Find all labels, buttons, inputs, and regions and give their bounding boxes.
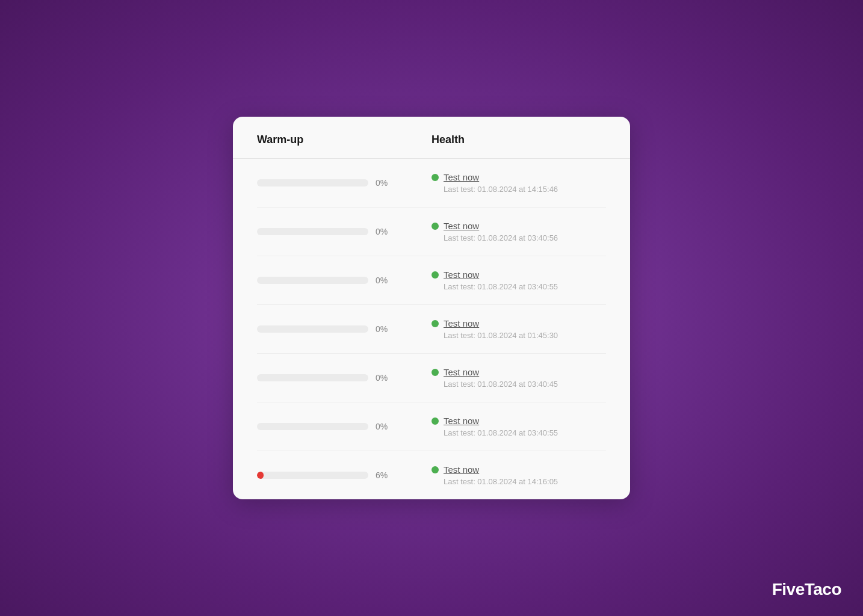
status-dot-0 [432,174,439,181]
health-cell-4: Test nowLast test: 01.08.2024 at 03:40:4… [432,367,606,389]
test-now-link-4[interactable]: Test now [444,367,479,377]
test-now-link-0[interactable]: Test now [444,172,479,182]
progress-label-4: 0% [376,373,395,383]
table-row: 0%Test nowLast test: 01.08.2024 at 03:40… [257,256,606,305]
warmup-cell-1: 0% [257,227,432,236]
progress-bar-container-4 [257,374,368,381]
progress-bar-container-5 [257,423,368,430]
progress-label-6: 6% [376,470,395,480]
progress-label-1: 0% [376,227,395,236]
test-now-link-6[interactable]: Test now [444,464,479,475]
last-test-text-6: Last test: 01.08.2024 at 14:16:05 [432,477,606,486]
test-now-row-3: Test now [432,318,606,328]
health-cell-3: Test nowLast test: 01.08.2024 at 01:45:3… [432,318,606,340]
test-now-row-0: Test now [432,172,606,182]
last-test-text-3: Last test: 01.08.2024 at 01:45:30 [432,331,606,340]
table-row: 6%Test nowLast test: 01.08.2024 at 14:16… [257,451,606,499]
progress-bar-container-1 [257,228,368,235]
test-now-row-4: Test now [432,367,606,377]
table-row: 0%Test nowLast test: 01.08.2024 at 01:45… [257,305,606,354]
progress-bar-fill-6 [257,472,264,479]
table-row: 0%Test nowLast test: 01.08.2024 at 03:40… [257,354,606,402]
test-now-row-5: Test now [432,416,606,426]
main-card: Warm-up Health 0%Test nowLast test: 01.0… [233,117,630,499]
status-dot-6 [432,466,439,473]
last-test-text-5: Last test: 01.08.2024 at 03:40:55 [432,428,606,437]
progress-bar-container-2 [257,277,368,284]
health-cell-5: Test nowLast test: 01.08.2024 at 03:40:5… [432,416,606,437]
progress-label-0: 0% [376,178,395,188]
last-test-text-1: Last test: 01.08.2024 at 03:40:56 [432,233,606,242]
progress-bar-container-0 [257,179,368,186]
warmup-cell-2: 0% [257,276,432,285]
status-dot-2 [432,271,439,279]
status-dot-3 [432,320,439,327]
progress-bar-container-6 [257,472,368,479]
test-now-link-2[interactable]: Test now [444,270,479,280]
test-now-row-1: Test now [432,221,606,231]
progress-bar-container-3 [257,325,368,333]
table-row: 0%Test nowLast test: 01.08.2024 at 03:40… [257,208,606,256]
card-header: Warm-up Health [233,117,630,159]
test-now-link-5[interactable]: Test now [444,416,479,426]
table-row: 0%Test nowLast test: 01.08.2024 at 03:40… [257,402,606,451]
warmup-cell-0: 0% [257,178,432,188]
warmup-cell-4: 0% [257,373,432,383]
test-now-link-1[interactable]: Test now [444,221,479,231]
warmup-cell-6: 6% [257,470,432,480]
health-cell-6: Test nowLast test: 01.08.2024 at 14:16:0… [432,464,606,486]
health-cell-1: Test nowLast test: 01.08.2024 at 03:40:5… [432,221,606,242]
health-column-header: Health [432,134,606,146]
status-dot-5 [432,417,439,425]
test-now-row-6: Test now [432,464,606,475]
branding-logo: FiveTaco [772,580,841,599]
status-dot-1 [432,223,439,230]
rows-container: 0%Test nowLast test: 01.08.2024 at 14:15… [233,159,630,499]
test-now-row-2: Test now [432,270,606,280]
last-test-text-0: Last test: 01.08.2024 at 14:15:46 [432,185,606,194]
warmup-cell-5: 0% [257,422,432,431]
progress-label-3: 0% [376,324,395,334]
last-test-text-2: Last test: 01.08.2024 at 03:40:55 [432,282,606,291]
last-test-text-4: Last test: 01.08.2024 at 03:40:45 [432,380,606,389]
health-cell-0: Test nowLast test: 01.08.2024 at 14:15:4… [432,172,606,194]
warmup-cell-3: 0% [257,324,432,334]
warmup-column-header: Warm-up [257,134,432,146]
progress-label-5: 0% [376,422,395,431]
table-row: 0%Test nowLast test: 01.08.2024 at 14:15… [257,159,606,208]
health-cell-2: Test nowLast test: 01.08.2024 at 03:40:5… [432,270,606,291]
test-now-link-3[interactable]: Test now [444,318,479,328]
status-dot-4 [432,369,439,376]
progress-label-2: 0% [376,276,395,285]
